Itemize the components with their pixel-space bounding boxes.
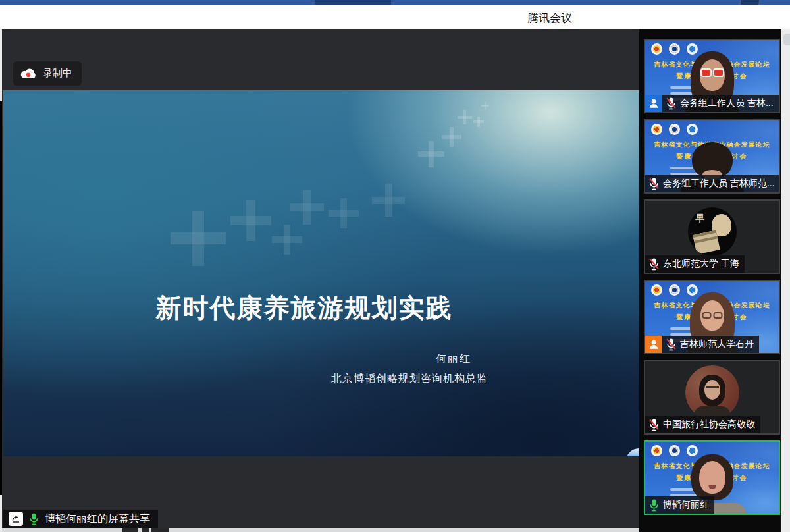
participant-name-bar: 东北师范大学 王海: [645, 255, 745, 273]
slide-cross-decoration: [418, 141, 444, 167]
participant-tile[interactable]: 吉林省文化与旅游产业融合发展论坛暨康养旅游与…讨会 吉林师范大学石丹: [644, 280, 780, 354]
forum-logo-1: [651, 124, 662, 135]
microphone-muted-icon: [666, 97, 677, 110]
slide-cross-decoration: [473, 117, 484, 127]
slide-speaker-name: 何丽红: [436, 352, 471, 366]
participant-name: 中国旅行社协会高敬敬: [663, 419, 755, 431]
participant-name-bar: 会务组工作人员 吉林...: [662, 95, 779, 112]
slide-title: 新时代康养旅游规划实践: [156, 290, 453, 326]
slide-speaker-organization: 北京博韬创略规划咨询机构总监: [331, 372, 488, 386]
window-title: 腾讯会议: [527, 11, 572, 26]
forum-logo-1: [651, 284, 662, 296]
slide-cross-decoration: [481, 102, 489, 110]
recording-label: 录制中: [43, 67, 72, 80]
screen-share-icon: [9, 512, 23, 526]
microphone-on-icon: [648, 498, 660, 512]
microphone-muted-icon: [648, 418, 660, 431]
browser-top-edge: [0, 0, 790, 5]
microphone-muted-icon: [666, 338, 677, 351]
slide-globe-graphic: [625, 448, 639, 456]
slide-cross-decoration: [171, 211, 226, 266]
participant-tile[interactable]: 早 东北师范大学 王海: [644, 200, 780, 274]
participant-name-bar: 吉林师范大学石丹: [662, 336, 759, 353]
participant-name-bar: 中国旅行社协会高敬敬: [645, 416, 760, 433]
screen-share-label: 博韬何丽红的屏幕共享: [45, 512, 150, 526]
participant-name: 博韬何丽红: [663, 499, 709, 511]
presentation-slide: 新时代康养旅游规划实践 何丽红 北京博韬创略规划咨询机构总监: [3, 90, 639, 456]
participant-name: 会务组工作人员 吉林师范...: [663, 178, 775, 190]
slide-cross-decoration: [290, 190, 324, 225]
slide-cross-decoration: [372, 184, 405, 217]
participant-name-bar: 会务组工作人员 吉林师范...: [645, 175, 779, 192]
participant-tile[interactable]: 吉林省文化与旅游产业融合发展论坛暨康养旅游与…讨会 会务组工作人员 吉林..: [644, 39, 780, 113]
slide-cross-decoration: [272, 225, 302, 255]
taskbar-item: [122, 528, 138, 532]
background-window-strip: [781, 29, 790, 532]
forum-logo-1: [651, 445, 662, 456]
cloud-record-icon: [20, 67, 37, 80]
person-icon: [648, 97, 660, 109]
screen-share-banner[interactable]: 博韬何丽红的屏幕共享: [3, 510, 158, 528]
participant-name-bar: 博韬何丽红: [645, 496, 714, 514]
tencent-meeting-window: 腾讯会议 新时代康养旅游规划实践 何丽红 北京博韬创略规划咨询机构总监 录制中: [0, 0, 790, 532]
participant-role-badge: [645, 336, 662, 353]
slide-cross-decoration: [230, 200, 271, 241]
recording-indicator[interactable]: 录制中: [13, 61, 82, 86]
browser-tab-sliver: [315, 0, 391, 5]
background-window-peek: [783, 34, 790, 45]
participants-sidebar: 吉林省文化与旅游产业融合发展论坛暨康养旅游与…讨会 会务组工作人员 吉林..: [639, 29, 781, 532]
slide-cross-decoration: [442, 127, 461, 147]
microphone-muted-icon: [648, 177, 660, 190]
participant-name: 吉林师范大学石丹: [680, 338, 754, 350]
taskbar-item: [142, 528, 149, 532]
slide-cross-decoration: [329, 198, 359, 228]
person-icon: [648, 338, 660, 350]
participant-tile[interactable]: 吉林省文化与旅游产业融合发展论坛暨康养旅游与…讨会 博韬何丽红: [644, 440, 780, 515]
taskbar-sliver: [2, 528, 639, 532]
microphone-on-icon: [28, 512, 40, 525]
avatar-character: 早: [696, 213, 705, 225]
participant-tile[interactable]: 吉林省文化与旅游产业融合发展论坛暨康养旅游与…讨会 会务组工作人员 吉林师范: [644, 119, 780, 194]
shared-screen-stage: 新时代康养旅游规划实践 何丽红 北京博韬创略规划咨询机构总监 录制中: [2, 29, 639, 532]
avatar-illustration: 早: [688, 207, 737, 256]
window-titlebar: 腾讯会议: [0, 5, 790, 29]
slide-cross-decoration: [458, 110, 472, 124]
taskbar-item: [151, 528, 169, 532]
participant-tile[interactable]: 中国旅行社协会高敬敬: [644, 360, 780, 435]
avatar-photo: [685, 365, 739, 419]
participant-role-badge: [645, 95, 662, 112]
microphone-muted-icon: [648, 257, 660, 271]
participant-name: 东北师范大学 王海: [663, 258, 739, 270]
forum-logo-1: [651, 43, 662, 55]
participant-name: 会务组工作人员 吉林...: [680, 97, 774, 109]
